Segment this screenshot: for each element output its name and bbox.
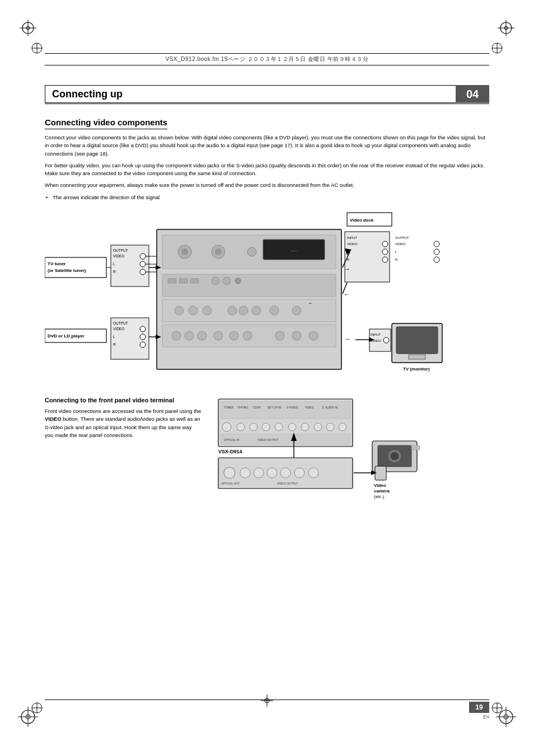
chapter-number: 04 — [466, 88, 479, 101]
section1-heading: Connecting video components — [45, 118, 167, 129]
section1-para3: When connecting your equipment, always m… — [45, 181, 489, 189]
svg-text:VSX-D914: VSX-D914 — [218, 449, 242, 454]
section2-para1: Front video connections are accessed via… — [45, 407, 202, 439]
svg-text:S-VIDEO: S-VIDEO — [287, 406, 298, 409]
svg-point-76 — [172, 331, 181, 340]
svg-point-36 — [140, 261, 146, 267]
svg-text:R: R — [113, 342, 116, 346]
svg-rect-166 — [375, 466, 386, 480]
svg-text:OPTICAL OUT: OPTICAL OUT — [221, 482, 240, 485]
svg-point-78 — [198, 331, 207, 340]
svg-point-38 — [140, 269, 146, 275]
svg-point-82 — [275, 331, 284, 340]
svg-point-56 — [247, 247, 256, 256]
corner-tl — [17, 17, 39, 39]
svg-point-65 — [235, 278, 241, 284]
svg-point-77 — [185, 331, 194, 340]
svg-point-152 — [254, 468, 264, 478]
svg-text:Video: Video — [374, 483, 386, 488]
svg-point-34 — [140, 253, 146, 259]
svg-text:←: ← — [344, 290, 350, 298]
chapter-number-box: 04 — [456, 85, 489, 103]
svg-text:L: L — [113, 262, 115, 266]
svg-text:VIDEO OUTPUT: VIDEO OUTPUT — [277, 482, 298, 485]
svg-point-47 — [140, 334, 146, 340]
svg-point-154 — [280, 468, 291, 478]
svg-text:←: ← — [308, 300, 313, 306]
svg-point-138 — [262, 423, 270, 431]
page-number-area: 19 En — [469, 702, 489, 720]
reg-mark-br — [491, 702, 503, 714]
svg-rect-127 — [221, 402, 350, 419]
svg-text:INPUT: INPUT — [371, 333, 381, 336]
svg-rect-145 — [221, 434, 350, 444]
reg-mark-tl — [31, 42, 43, 54]
svg-text:OUTPUT: OUTPUT — [113, 248, 128, 252]
header-bar: VSX_D912.book.fm 19ページ ２００３年１２月５日 金曜日 午前… — [45, 53, 489, 65]
content-area: Connecting video components Connect your… — [45, 118, 489, 694]
header-text: VSX_D912.book.fm 19ページ ２００３年１２月５日 金曜日 午前… — [166, 55, 369, 63]
bold-video: VIDEO — [45, 416, 62, 422]
svg-text:R: R — [395, 258, 398, 261]
svg-point-143 — [326, 423, 334, 431]
svg-point-103 — [434, 249, 439, 255]
svg-text:OUTPUT: OUTPUT — [113, 321, 128, 325]
svg-point-155 — [294, 468, 305, 478]
page-number-box: 19 — [469, 702, 489, 713]
front-panel-diagram-area: TUNER PHONO CD/IN SET UP IN S-VIDEO VIDE… — [213, 396, 489, 505]
svg-point-71 — [239, 306, 248, 315]
svg-point-151 — [240, 468, 250, 478]
svg-point-118 — [383, 337, 389, 343]
svg-text:----: ---- — [291, 248, 297, 253]
svg-point-164 — [391, 452, 399, 460]
svg-text:PHONO: PHONO — [238, 406, 248, 409]
svg-rect-61 — [179, 279, 188, 283]
svg-point-98 — [382, 257, 388, 262]
svg-point-141 — [301, 423, 309, 431]
reg-mark-bl — [31, 702, 43, 714]
svg-point-144 — [339, 423, 346, 431]
svg-text:R: R — [113, 270, 116, 274]
connection-diagram: TV tuner (or Satellite tuner) OUTPUT VID… — [45, 207, 489, 386]
svg-text:VIDEO OUTPUT: VIDEO OUTPUT — [257, 438, 279, 442]
front-panel-svg: TUNER PHONO CD/IN SET UP IN S-VIDEO VIDE… — [213, 396, 431, 503]
svg-point-140 — [288, 423, 296, 431]
top-divider — [45, 104, 489, 104]
svg-text:VIDEO: VIDEO — [113, 254, 124, 258]
svg-text:L: L — [113, 335, 115, 339]
svg-point-94 — [382, 241, 388, 247]
svg-point-45 — [140, 326, 146, 332]
bottom-section: Connecting to the front panel video term… — [45, 396, 489, 505]
svg-text:(etc.): (etc.) — [374, 494, 385, 499]
svg-rect-28 — [45, 257, 106, 278]
svg-point-64 — [223, 277, 231, 285]
svg-text:OUTPUT: OUTPUT — [395, 236, 409, 240]
svg-rect-165 — [411, 445, 420, 450]
svg-text:L: L — [395, 250, 397, 253]
page-title: Connecting up — [52, 88, 123, 100]
svg-text:OPTICAL IN: OPTICAL IN — [224, 438, 240, 442]
svg-point-150 — [224, 467, 235, 478]
svg-point-96 — [382, 249, 388, 255]
svg-point-72 — [252, 306, 261, 315]
svg-point-83 — [292, 331, 301, 340]
svg-point-53 — [182, 249, 188, 255]
reg-mark-tr — [491, 42, 503, 54]
svg-point-80 — [229, 331, 238, 340]
svg-point-68 — [189, 306, 198, 315]
svg-text:SET UP IN: SET UP IN — [268, 406, 282, 409]
svg-point-156 — [308, 468, 318, 478]
svg-text:DVD or LD player: DVD or LD player — [48, 334, 85, 339]
svg-text:TV tuner: TV tuner — [48, 261, 65, 266]
svg-text:VIDEO: VIDEO — [113, 327, 124, 331]
svg-point-70 — [228, 306, 237, 315]
section1-para1: Connect your video components to the jac… — [45, 134, 489, 158]
section2-heading: Connecting to the front panel video term… — [45, 396, 202, 404]
svg-text:→: → — [344, 265, 350, 273]
svg-rect-59 — [162, 274, 336, 297]
svg-point-136 — [237, 423, 245, 431]
svg-point-67 — [175, 306, 184, 315]
svg-point-139 — [275, 423, 283, 431]
svg-point-49 — [140, 342, 146, 348]
svg-point-55 — [216, 249, 221, 255]
